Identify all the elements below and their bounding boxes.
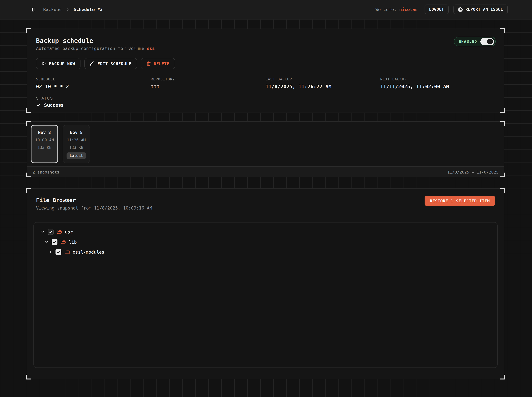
pencil-icon (90, 61, 95, 66)
tree-item-label: lib (69, 239, 77, 244)
trash-icon (146, 61, 151, 66)
enabled-label: ENABLED (459, 39, 477, 44)
sidebar-toggle-button[interactable] (31, 7, 35, 12)
report-issue-label: REPORT AN ISSUE (465, 7, 503, 12)
enabled-toggle[interactable]: ENABLED (454, 37, 496, 46)
delete-button[interactable]: DELETE (141, 58, 175, 69)
tree-item-label: usr (65, 229, 73, 234)
welcome-prefix: Welcome, (375, 7, 397, 12)
corner-bracket (26, 375, 31, 379)
report-issue-button[interactable]: REPORT AN ISSUE (453, 5, 508, 14)
snapshot-footer: 2 snapshots 11/8/2025 – 11/8/2025 (27, 166, 504, 177)
corner-bracket (26, 188, 31, 193)
card-title: Backup schedule (36, 37, 495, 44)
field-label: LAST BACKUP (266, 77, 380, 81)
edit-schedule-label: EDIT SCHEDULE (98, 61, 132, 66)
snapshot-time: 11:26 AM (67, 138, 86, 143)
checkbox-checked[interactable] (56, 249, 61, 255)
snapshot-size: 133 KB (38, 145, 52, 150)
toggle-knob (487, 39, 493, 44)
checkbox-checked[interactable] (52, 239, 57, 245)
snapshot-size: 133 KB (69, 145, 83, 150)
status-block: STATUS Success (36, 96, 495, 108)
breadcrumb-current: Schedule #3 (74, 7, 103, 12)
field-value: 11/8/2025, 11:26:22 AM (266, 84, 380, 90)
chevron-right-icon[interactable] (48, 250, 53, 254)
username: nicolas (399, 7, 418, 12)
snapshot-card[interactable]: Nov 8 11:26 AM 133 KB Latest (63, 125, 90, 163)
breadcrumb: Backups Schedule #3 (43, 7, 103, 12)
file-browser-card: File Browser Viewing snapshot from 11/8/… (27, 188, 504, 379)
corner-bracket (500, 28, 505, 33)
chevron-down-icon[interactable] (40, 230, 45, 234)
field-value: 02 10 * * 2 (36, 84, 151, 90)
corner-bracket (26, 108, 31, 113)
backup-schedule-card: Backup schedule Automated backup configu… (27, 29, 504, 113)
life-buoy-icon (458, 7, 463, 12)
field-last-backup: LAST BACKUP 11/8/2025, 11:26:22 AM (266, 77, 380, 90)
restore-selected-button[interactable]: RESTORE 1 SELECTED ITEM (425, 196, 495, 206)
snapshot-timeline-card: Nov 8 10:09 AM 133 KB Nov 8 11:26 AM 133… (27, 121, 504, 177)
toggle-switch[interactable] (480, 38, 494, 45)
file-browser-subtitle: Viewing snapshot from 11/8/2025, 10:09:1… (36, 205, 495, 211)
status-text: Success (44, 102, 64, 108)
tree-row-usr[interactable]: usr (38, 227, 493, 237)
subtitle-prefix: Automated backup configuration for volum… (36, 46, 147, 51)
snapshot-time: 10:09 AM (35, 138, 54, 143)
tree-row-lib[interactable]: lib (38, 237, 493, 247)
logout-label: LOGOUT (429, 7, 444, 12)
snapshot-count: 2 snapshots (32, 170, 59, 174)
backup-now-button[interactable]: BACKUP NOW (36, 58, 81, 69)
delete-label: DELETE (154, 61, 169, 66)
logout-button[interactable]: LOGOUT (424, 5, 449, 14)
field-repository: REPOSITORY ttt (151, 77, 266, 90)
field-schedule: SCHEDULE 02 10 * * 2 (36, 77, 151, 90)
folder-open-icon (61, 239, 66, 244)
play-icon (42, 61, 46, 66)
breadcrumb-root[interactable]: Backups (43, 7, 62, 12)
snapshot-date: Nov 8 (70, 130, 82, 135)
folder-open-icon (57, 229, 62, 234)
snapshot-date-range: 11/8/2025 – 11/8/2025 (447, 170, 499, 174)
latest-badge: Latest (67, 152, 86, 159)
field-label: SCHEDULE (36, 77, 151, 81)
folder-icon (65, 249, 70, 254)
corner-bracket (500, 188, 505, 193)
check-icon (36, 102, 41, 107)
status-value: Success (36, 102, 495, 108)
tree-row-ossl-modules[interactable]: ossl-modules (38, 247, 493, 257)
snapshot-date: Nov 8 (38, 130, 51, 135)
field-next-backup: NEXT BACKUP 11/11/2025, 11:02:00 AM (380, 77, 495, 90)
chevron-down-icon[interactable] (44, 240, 49, 244)
field-label: REPOSITORY (151, 77, 266, 81)
top-bar: Backups Schedule #3 Welcome, nicolas LOG… (0, 0, 532, 19)
tree-item-label: ossl-modules (73, 249, 104, 254)
card-subtitle: Automated backup configuration for volum… (36, 46, 495, 51)
field-value: 11/11/2025, 11:02:00 AM (380, 84, 495, 90)
chevron-right-icon (66, 8, 70, 11)
edit-schedule-button[interactable]: EDIT SCHEDULE (85, 58, 137, 69)
field-value: ttt (151, 84, 266, 90)
checkbox-checked[interactable] (48, 229, 54, 235)
volume-name: sss (147, 46, 155, 51)
corner-bracket (500, 375, 505, 379)
file-tree-panel: usr lib (33, 222, 498, 368)
page: Backups Schedule #3 Welcome, nicolas LOG… (0, 0, 532, 397)
welcome-text: Welcome, nicolas (375, 7, 418, 12)
corner-bracket (500, 108, 505, 113)
backup-now-label: BACKUP NOW (49, 61, 75, 66)
panel-left-icon (31, 7, 35, 12)
corner-bracket (26, 28, 31, 33)
field-label: NEXT BACKUP (380, 77, 495, 81)
status-label: STATUS (36, 96, 495, 100)
snapshot-card-selected[interactable]: Nov 8 10:09 AM 133 KB (31, 125, 58, 163)
